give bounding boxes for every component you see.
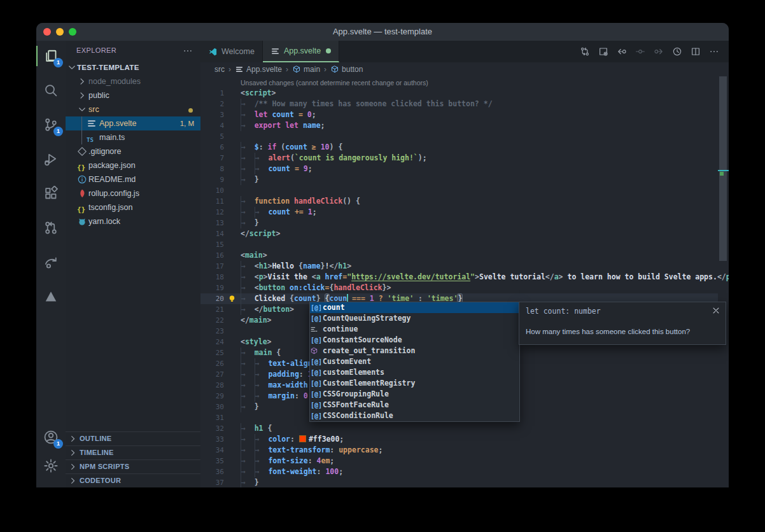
code-line-17[interactable]: 17→<h1>Hello {name}!</h1>	[200, 261, 718, 272]
activity-bar-item-run-debug[interactable]	[36, 145, 66, 173]
code-line-2[interactable]: 2→/** How many times has someone clicked…	[200, 99, 718, 109]
code-line-15[interactable]: 15	[200, 239, 718, 250]
tab-welcome[interactable]: Welcome	[200, 41, 263, 62]
breadcrumb-item-app-svelte[interactable]: App.svelte	[235, 65, 282, 74]
editor-content[interactable]: Unsaved changes (cannot determine recent…	[200, 76, 729, 487]
code-line-14[interactable]: 14</script>	[200, 228, 718, 239]
suggestion-cssfontfacerule[interactable]: [@]CSSFontFaceRule	[310, 400, 519, 410]
breadcrumb-item-button[interactable]: button	[330, 65, 363, 74]
code-line-11[interactable]: 11→function handleClick() {	[200, 196, 718, 207]
tab-whitespace-arrow: →	[241, 358, 255, 369]
split-editor-icon[interactable]	[689, 45, 703, 59]
line-number: 9	[200, 174, 224, 185]
code-line-16[interactable]: 16<main>	[200, 250, 718, 261]
sidebar-item-yarn-lock[interactable]: yarn.lock	[66, 214, 200, 228]
navigate-position-icon[interactable]	[633, 45, 647, 59]
line-number: 20	[200, 293, 224, 304]
line-number: 25	[200, 347, 224, 358]
code-line-13[interactable]: 13→}	[200, 218, 718, 228]
zoom-button[interactable]	[69, 28, 76, 36]
code-line-33[interactable]: 33→→color: #ff3e00;	[200, 434, 718, 445]
activity-bar-item-search[interactable]	[36, 76, 66, 104]
tree-root-test-template[interactable]: TEST-TEMPLATE	[66, 60, 200, 74]
code-line-32[interactable]: 32→h1 {	[200, 423, 718, 434]
code-line-37[interactable]: 37→}	[200, 477, 718, 487]
suggestion-cssgroupingrule[interactable]: [@]CSSGroupingRule	[310, 389, 519, 400]
breadcrumb-item-src[interactable]: src	[214, 65, 225, 74]
token: }	[255, 402, 259, 411]
sidebar-item-readme-md[interactable]: README.md	[66, 172, 200, 186]
activity-bar-item-settings[interactable]	[36, 452, 66, 480]
sidebar-section-outline[interactable]: OUTLINE	[66, 431, 200, 445]
suggestion-continue[interactable]: continue	[310, 324, 519, 335]
sidebar-section-timeline[interactable]: TIMELINE	[66, 445, 200, 459]
code-line-1[interactable]: 1<script>	[200, 88, 718, 99]
code-line-8[interactable]: 8→→count = 9;	[200, 164, 718, 174]
activity-bar-item-live-share[interactable]	[36, 248, 66, 276]
sidebar-item-node-modules[interactable]: node_modules	[66, 74, 200, 88]
code-line-12[interactable]: 12→→count += 1;	[200, 207, 718, 218]
title-bar[interactable]: App.svelte — test-template	[36, 23, 729, 41]
more-actions-icon[interactable]	[183, 46, 193, 56]
suggestion-customelementregistry[interactable]: [@]CustomElementRegistry	[310, 378, 519, 389]
unsaved-dot[interactable]	[326, 48, 331, 53]
suggestion-countqueuingstrategy[interactable]: [@]CountQueuingStrategy	[310, 313, 519, 324]
suggestion-constantsourcenode[interactable]: [@]ConstantSourceNode	[310, 335, 519, 346]
sidebar-item-rollup-config-js[interactable]: rollup.config.js	[66, 186, 200, 200]
timeline-history-icon[interactable]	[670, 45, 684, 59]
suggestion-customevent[interactable]: [@]CustomEvent	[310, 356, 519, 367]
sidebar-item-public[interactable]: public	[66, 88, 200, 102]
tab-whitespace-arrow: →	[255, 456, 269, 466]
activity-bar-item-extensions[interactable]	[36, 179, 66, 207]
compare-changes-icon[interactable]	[578, 45, 592, 59]
code-line-34[interactable]: 34→→text-transform: uppercase;	[200, 445, 718, 456]
sidebar-item-src[interactable]: src	[66, 102, 200, 116]
token: "	[470, 272, 475, 281]
sidebar-item-package-json[interactable]: {}package.json	[66, 158, 200, 172]
navigate-back-icon[interactable]	[615, 45, 629, 59]
sidebar-section-npm-scripts[interactable]: NPM SCRIPTS	[66, 459, 200, 473]
activity-bar-item-github-pull-requests[interactable]	[36, 214, 66, 242]
minimize-button[interactable]	[56, 28, 64, 36]
tab-whitespace-arrow: →	[241, 153, 255, 164]
sidebar-item-app-svelte[interactable]: App.svelte1, M	[66, 116, 200, 130]
breadcrumb[interactable]: src›App.svelte›main›button	[200, 62, 729, 76]
vertical-scrollbar[interactable]	[719, 76, 727, 261]
activity-bar-item-explorer[interactable]: 1	[36, 42, 66, 70]
activity-bar-item-azure[interactable]	[36, 283, 66, 311]
activity-bar-item-source-control[interactable]: 1	[36, 111, 66, 139]
codelens-annotation[interactable]: Unsaved changes (cannot determine recent…	[241, 78, 428, 88]
sidebar-section-codetour[interactable]: CODETOUR	[66, 473, 200, 487]
code-line-10[interactable]: 10	[200, 185, 718, 196]
lightbulb-icon[interactable]	[227, 294, 237, 304]
rollup-icon	[77, 188, 87, 199]
code-line-6[interactable]: 6→$: if (count ≥ 10) {	[200, 142, 718, 153]
sidebar-item-main-ts[interactable]: TSmain.ts	[66, 130, 200, 144]
sidebar-item-tsconfig-json[interactable]: {}tsconfig.json	[66, 200, 200, 214]
sidebar-item--gitignore[interactable]: .gitignore	[66, 144, 200, 158]
suggestion-cssconditionrule[interactable]: [@]CSSConditionRule	[310, 410, 519, 421]
code-line-35[interactable]: 35→→font-size: 4em;	[200, 456, 718, 466]
activity-bar-item-accounts[interactable]: 1	[36, 423, 66, 451]
close-icon[interactable]	[712, 306, 720, 315]
token: count	[268, 207, 290, 216]
code-line-18[interactable]: 18→<p>Visit the <a href="https://svelte.…	[200, 272, 718, 283]
suggestion-customelements[interactable]: [@]customElements	[310, 367, 519, 378]
navigate-forward-icon[interactable]	[652, 45, 666, 59]
more-actions-icon[interactable]	[707, 45, 721, 59]
close-button[interactable]	[43, 28, 51, 36]
suggestion-create_out_transition[interactable]: create_out_transition	[310, 346, 519, 356]
open-changes-icon[interactable]	[596, 45, 610, 59]
code-line-9[interactable]: 9→}	[200, 174, 718, 185]
code-line-3[interactable]: 3→let count = 0;	[200, 109, 718, 120]
breadcrumb-item-main[interactable]: main	[292, 65, 320, 74]
code-line-7[interactable]: 7→→alert(`count is dangerously high!`);	[200, 153, 718, 164]
tab-app-svelte[interactable]: App.svelte	[263, 41, 339, 62]
tab-whitespace-arrow: →	[241, 456, 255, 466]
code-line-5[interactable]: 5	[200, 131, 718, 142]
code-line-4[interactable]: 4→export let name;	[200, 120, 718, 131]
token: main	[255, 348, 272, 357]
code-line-19[interactable]: 19→<button on:click={handleClick}>	[200, 283, 718, 293]
code-line-36[interactable]: 36→→font-weight: 100;	[200, 466, 718, 477]
suggestion-count[interactable]: [@]count	[310, 302, 519, 313]
